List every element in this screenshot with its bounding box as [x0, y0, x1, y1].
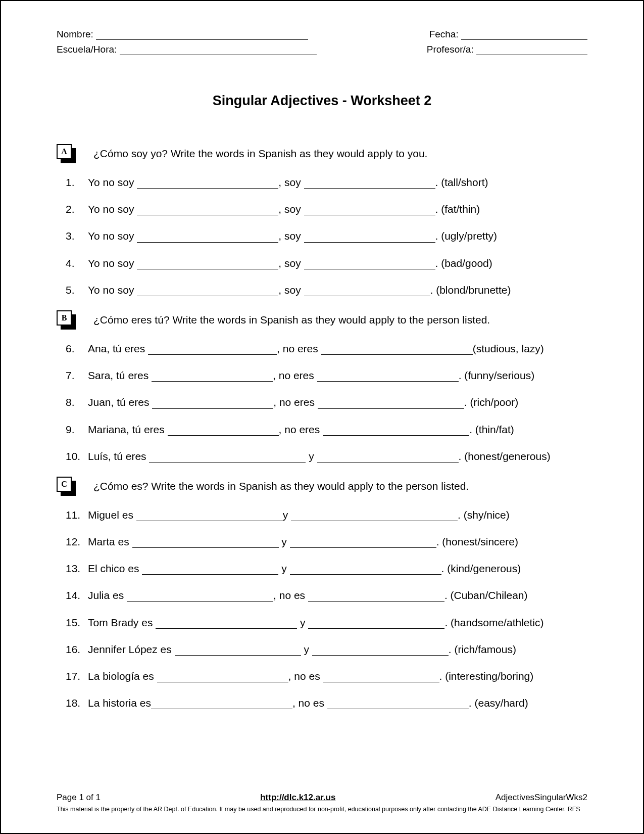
question-number: 9. — [66, 423, 83, 436]
answer-blank[interactable] — [312, 645, 449, 656]
question-text-pre: Sara, tú eres — [88, 369, 152, 381]
question-text-mid: , soy — [278, 257, 304, 269]
nombre-field: Nombre: — [57, 29, 308, 40]
question-item: 2.Yo no soy , soy . (fat/thin) — [66, 203, 587, 215]
nombre-input-line[interactable] — [96, 39, 308, 40]
question-hint: . (funny/serious) — [459, 369, 535, 381]
answer-blank[interactable] — [321, 344, 473, 355]
answer-blank[interactable] — [304, 205, 435, 215]
answer-blank[interactable] — [291, 511, 458, 521]
question-text-pre: Luís, tú eres — [88, 450, 149, 462]
answer-blank[interactable] — [290, 537, 436, 548]
question-text-pre: La biología es — [88, 670, 157, 682]
answer-blank[interactable] — [152, 398, 273, 409]
question-body: Mariana, tú eres , no eres . (thin/fat) — [88, 423, 514, 436]
header-row-1: Nombre: Fecha: — [57, 29, 587, 40]
answer-blank[interactable] — [304, 259, 435, 269]
answer-blank[interactable] — [152, 371, 273, 382]
question-number: 10. — [66, 450, 83, 462]
question-body: Juan, tú eres , no eres . (rich/poor) — [88, 396, 518, 408]
section-a-head: A ¿Cómo soy yo? Write the words in Spani… — [57, 144, 587, 163]
question-item: 18.La historia es, no es . (easy/hard) — [66, 697, 587, 709]
answer-blank[interactable] — [304, 178, 435, 189]
answer-blank[interactable] — [156, 618, 297, 629]
question-number: 5. — [66, 284, 83, 296]
answer-blank[interactable] — [308, 591, 444, 602]
answer-blank[interactable] — [137, 178, 278, 189]
escuela-input-line[interactable] — [120, 55, 317, 55]
answer-blank[interactable] — [323, 425, 469, 436]
answer-blank[interactable] — [290, 564, 441, 575]
fecha-field: Fecha: — [429, 29, 587, 40]
section-c-items: 11.Miguel es y . (shy/nice)12.Marta es y… — [57, 508, 587, 710]
answer-blank[interactable] — [308, 618, 444, 629]
section-b-icon: B — [57, 310, 76, 330]
question-hint: . (rich/poor) — [464, 396, 518, 408]
question-body: Yo no soy , soy . (fat/thin) — [88, 203, 480, 215]
answer-blank[interactable] — [149, 452, 306, 462]
question-number: 13. — [66, 562, 83, 575]
footer: Page 1 of 1 http://dlc.k12.ar.us Adjecti… — [57, 793, 587, 813]
answer-blank[interactable] — [317, 452, 459, 462]
question-item: 9.Mariana, tú eres , no eres . (thin/fat… — [66, 423, 587, 436]
answer-blank[interactable] — [318, 398, 464, 409]
footer-copyright: This material is the property of the AR … — [57, 806, 587, 813]
question-body: Yo no soy , soy . (tall/short) — [88, 176, 488, 189]
question-item: 7.Sara, tú eres , no eres . (funny/serio… — [66, 369, 587, 382]
profesor-field: Profesor/a: — [427, 44, 587, 55]
section-b-items: 6.Ana, tú eres , no eres (studious, lazy… — [57, 342, 587, 462]
answer-blank[interactable] — [151, 699, 292, 709]
answer-blank[interactable] — [142, 564, 278, 575]
question-number: 17. — [66, 670, 83, 682]
question-hint: . (blond/brunette) — [430, 284, 511, 296]
question-hint: . (fat/thin) — [435, 203, 480, 215]
answer-blank[interactable] — [127, 591, 273, 602]
question-body: Marta es y . (honest/sincere) — [88, 535, 518, 548]
answer-blank[interactable] — [168, 425, 279, 436]
question-text-pre: La historia es — [88, 697, 151, 709]
answer-blank[interactable] — [137, 232, 278, 243]
question-text-pre: Mariana, tú eres — [88, 424, 168, 435]
answer-blank[interactable] — [137, 205, 278, 215]
section-a-prompt: ¿Cómo soy yo? Write the words in Spanish… — [93, 148, 427, 160]
question-text-mid: , soy — [278, 284, 304, 296]
header-row-2: Escuela/Hora: Profesor/a: — [57, 44, 587, 55]
question-number: 8. — [66, 396, 83, 408]
section-c-letter: C — [57, 477, 72, 492]
question-text-mid: y — [283, 509, 291, 521]
answer-blank[interactable] — [175, 645, 301, 656]
question-item: 11.Miguel es y . (shy/nice) — [66, 508, 587, 521]
footer-url[interactable]: http://dlc.k12.ar.us — [260, 793, 335, 803]
question-hint: . (honest/generous) — [459, 450, 551, 462]
answer-blank[interactable] — [317, 371, 459, 382]
question-text-mid: y — [297, 617, 308, 628]
section-c-head: C ¿Cómo es? Write the words in Spanish a… — [57, 477, 587, 496]
answer-blank[interactable] — [132, 537, 279, 548]
nombre-label: Nombre: — [57, 29, 93, 39]
answer-blank[interactable] — [304, 286, 430, 296]
question-item: 16.Jennifer López es y . (rich/famous) — [66, 643, 587, 656]
answer-blank[interactable] — [157, 672, 288, 682]
section-a-items: 1.Yo no soy , soy . (tall/short)2.Yo no … — [57, 176, 587, 296]
question-text-pre: Yo no soy — [88, 257, 137, 269]
question-number: 16. — [66, 643, 83, 656]
answer-blank[interactable] — [323, 672, 439, 682]
footer-doc: AdjectivesSingularWks2 — [496, 793, 587, 803]
question-item: 13.El chico es y . (kind/generous) — [66, 562, 587, 575]
question-text-mid: , soy — [278, 176, 304, 188]
answer-blank[interactable] — [137, 259, 278, 269]
question-hint: . (rich/famous) — [449, 643, 516, 655]
question-item: 1.Yo no soy , soy . (tall/short) — [66, 176, 587, 189]
answer-blank[interactable] — [304, 232, 435, 243]
answer-blank[interactable] — [327, 699, 469, 709]
question-body: Tom Brady es y . (handsome/athletic) — [88, 616, 544, 629]
profesor-input-line[interactable] — [476, 55, 587, 55]
answer-blank[interactable] — [137, 286, 278, 296]
question-body: El chico es y . (kind/generous) — [88, 562, 521, 575]
answer-blank[interactable] — [136, 511, 283, 521]
answer-blank[interactable] — [148, 344, 277, 355]
fecha-input-line[interactable] — [461, 39, 587, 40]
question-text-pre: Tom Brady es — [88, 617, 156, 628]
question-number: 3. — [66, 229, 83, 242]
question-number: 2. — [66, 203, 83, 215]
